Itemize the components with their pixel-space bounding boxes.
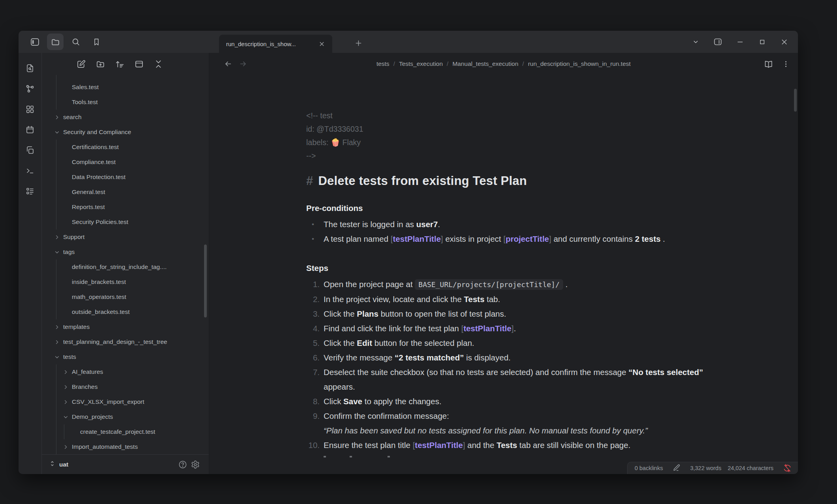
navigate-forward-button[interactable]: [237, 58, 249, 70]
tree-file-row[interactable]: math_operators.test: [42, 289, 209, 304]
tree-folder-row[interactable]: Import_automated_tests: [42, 439, 209, 454]
list-details-icon[interactable]: [24, 185, 36, 197]
list-item-text: Verify the message “2 tests matched” is …: [324, 353, 511, 362]
tree-file-row[interactable]: General.test: [42, 185, 209, 200]
titlebar: run_description_is_show...: [19, 31, 798, 53]
folder-chevron-icon[interactable]: [62, 414, 69, 420]
tree-file-row[interactable]: Security Policies.test: [42, 215, 209, 230]
folder-chevron-icon[interactable]: [62, 399, 69, 405]
tree-item-label: create_testcafe_project.test: [80, 428, 155, 435]
tree-item-label: AI_features: [72, 368, 103, 375]
breadcrumb-segment[interactable]: Tests_execution: [399, 60, 443, 67]
tree-folder-row[interactable]: tests: [42, 349, 209, 364]
calendar-icon[interactable]: [24, 124, 36, 136]
folder-chevron-icon[interactable]: [62, 369, 69, 375]
help-icon[interactable]: [176, 458, 189, 471]
tree-file-row[interactable]: inside_brackets.test: [42, 274, 209, 289]
navigate-back-button[interactable]: [222, 58, 234, 70]
folder-chevron-icon[interactable]: [54, 249, 60, 256]
window-minimize-button[interactable]: [733, 35, 747, 49]
tree-folder-row[interactable]: Demo_projects: [42, 409, 209, 424]
tree-file-row[interactable]: Compliance.test: [42, 155, 209, 170]
copy-files-icon[interactable]: [24, 144, 36, 156]
tree-file-row[interactable]: create_testcafe_project.test: [42, 424, 209, 439]
window-maximize-button[interactable]: [755, 35, 769, 49]
layout-grid-icon[interactable]: [24, 103, 36, 115]
folder-chevron-icon[interactable]: [54, 114, 60, 121]
vault-name: uat: [59, 461, 68, 468]
window-close-button[interactable]: [777, 35, 791, 49]
new-note-icon[interactable]: [75, 58, 87, 70]
template-variable-link[interactable]: testPlanTitle: [415, 441, 463, 450]
sync-disabled-icon[interactable]: [783, 464, 792, 472]
tree-file-row[interactable]: Tools.test: [42, 95, 209, 110]
tree-folder-row[interactable]: templates: [42, 319, 209, 334]
search-tab-button[interactable]: [67, 34, 84, 50]
folder-chevron-icon[interactable]: [54, 129, 60, 136]
list-item-marker: 10.: [306, 438, 320, 452]
tree-folder-row[interactable]: Security and Compliance: [42, 125, 209, 140]
tab-list-dropdown[interactable]: [689, 35, 702, 49]
editor-scrollbar-thumb[interactable]: [794, 89, 797, 112]
template-variable-link[interactable]: testPlanTitle: [463, 324, 511, 333]
folder-chevron-icon[interactable]: [62, 384, 69, 390]
reading-view-toggle[interactable]: [762, 57, 775, 71]
list-item-text: Deselect the suite checkbox (so that no …: [324, 368, 703, 391]
editor-tab[interactable]: run_description_is_show...: [219, 35, 332, 53]
text-run: “2 tests matched”: [395, 353, 464, 362]
breadcrumb-segment[interactable]: Manual_tests_execution: [452, 60, 518, 67]
template-variable-link[interactable]: projectTitle: [506, 234, 549, 243]
list-item: A test plan named [testPlanTitle] exists…: [306, 231, 714, 246]
terminal-icon[interactable]: [24, 165, 36, 177]
tab-close-icon[interactable]: [316, 39, 327, 49]
file-tree-scrollbar-thumb[interactable]: [204, 245, 207, 317]
tree-folder-row[interactable]: Support: [42, 230, 209, 245]
tree-file-row[interactable]: Certifications.test: [42, 140, 209, 155]
files-tab-button[interactable]: [47, 34, 64, 50]
text-run: The tester is logged in as: [324, 220, 416, 229]
breadcrumb-segment[interactable]: run_description_is_shown_in_run.test: [528, 60, 631, 67]
panel-top-icon[interactable]: [133, 58, 145, 70]
chevron-down-icon: [692, 38, 700, 46]
folder-chevron-icon[interactable]: [54, 339, 60, 345]
template-variable-link[interactable]: testPlanTitle: [393, 234, 441, 243]
folder-chevron-icon[interactable]: [54, 354, 60, 360]
tree-file-row[interactable]: Data Protection.test: [42, 170, 209, 185]
breadcrumb-segment[interactable]: tests: [376, 60, 389, 67]
vault-switcher-row: uat: [42, 454, 209, 474]
text-run: Deselect the suite checkbox (so that no …: [324, 368, 629, 377]
text-run: Save: [343, 397, 362, 406]
collapse-all-icon[interactable]: [153, 58, 165, 70]
bookmarks-tab-button[interactable]: [88, 34, 105, 50]
document-content[interactable]: <!-- test id: @Td3336031 labels: 🍿 Flaky…: [209, 75, 798, 474]
sidebar-left-toggle-icon[interactable]: [26, 34, 43, 50]
list-item-text: Find and click the link for the test pla…: [324, 324, 516, 333]
settings-gear-icon[interactable]: [189, 458, 202, 471]
tree-file-row[interactable]: Reports.test: [42, 200, 209, 215]
new-tab-button[interactable]: [351, 36, 366, 51]
file-search-icon[interactable]: [24, 62, 36, 74]
vault-switcher[interactable]: uat: [49, 460, 68, 469]
tree-folder-row[interactable]: tags: [42, 245, 209, 259]
more-options-button[interactable]: [779, 57, 792, 71]
tree-file-row[interactable]: outside_brackets.test: [42, 304, 209, 319]
indent-guide: [56, 364, 56, 379]
tree-folder-row[interactable]: CSV_XLSX_import_export: [42, 394, 209, 409]
tree-folder-row[interactable]: Branches: [42, 379, 209, 394]
backlinks-count[interactable]: 0 backlinks: [635, 465, 663, 471]
folder-chevron-icon[interactable]: [54, 234, 60, 241]
tree-file-row[interactable]: definition_for_string_include_tag....: [42, 259, 209, 274]
tree-file-row[interactable]: Sales.test: [42, 80, 209, 95]
sidebar-right-toggle-icon[interactable]: [711, 35, 725, 49]
edit-mode-pencil-icon[interactable]: [672, 463, 681, 473]
indent-guide: [56, 170, 56, 185]
folder-chevron-icon[interactable]: [54, 324, 60, 330]
tree-folder-row[interactable]: AI_features: [42, 364, 209, 379]
folder-chevron-icon[interactable]: [62, 444, 69, 450]
tree-folder-row[interactable]: test_planning_and_design_-_test_tree: [42, 334, 209, 349]
graph-view-icon[interactable]: [24, 83, 36, 95]
sort-order-icon[interactable]: [114, 58, 126, 70]
tree-folder-row[interactable]: search: [42, 110, 209, 125]
new-folder-icon[interactable]: [95, 58, 107, 70]
list-item-marker: 7.: [306, 365, 320, 379]
